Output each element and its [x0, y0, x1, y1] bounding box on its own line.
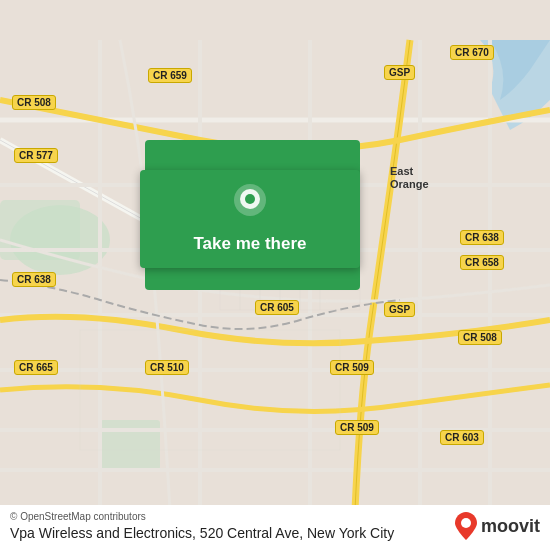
location-pin-area — [140, 170, 360, 230]
road-label-cr509-mid: CR 509 — [330, 360, 374, 375]
road-label-cr665: CR 665 — [14, 360, 58, 375]
road-label-cr508-left: CR 508 — [12, 95, 56, 110]
map-background — [0, 0, 550, 550]
road-label-cr577: CR 577 — [14, 148, 58, 163]
road-label-gsp-top: GSP — [384, 65, 415, 80]
moovit-logo: moovit — [455, 512, 540, 540]
road-label-cr659: CR 659 — [148, 68, 192, 83]
road-label-cr509-bottom: CR 509 — [335, 420, 379, 435]
map-container: CR 508 CR 659 CR 577 CR 670 GSP CR 638 C… — [0, 0, 550, 550]
take-me-there-button[interactable]: Take me there — [140, 230, 360, 258]
road-label-cr638-left: CR 638 — [12, 272, 56, 287]
city-label-east-orange: EastOrange — [390, 165, 429, 191]
moovit-pin-icon — [455, 512, 477, 540]
road-label-gsp-bottom: GSP — [384, 302, 415, 317]
road-label-cr658: CR 658 — [460, 255, 504, 270]
svg-point-20 — [461, 518, 471, 528]
location-pin-icon — [229, 180, 271, 230]
road-label-cr670: CR 670 — [450, 45, 494, 60]
road-label-cr638-right: CR 638 — [460, 230, 504, 245]
road-label-cr508-right: CR 508 — [458, 330, 502, 345]
moovit-brand-text: moovit — [481, 516, 540, 537]
road-label-cr510: CR 510 — [145, 360, 189, 375]
road-label-cr603: CR 603 — [440, 430, 484, 445]
svg-rect-3 — [100, 420, 160, 470]
road-label-cr605: CR 605 — [255, 300, 299, 315]
take-me-there-panel: Take me there — [140, 170, 360, 268]
